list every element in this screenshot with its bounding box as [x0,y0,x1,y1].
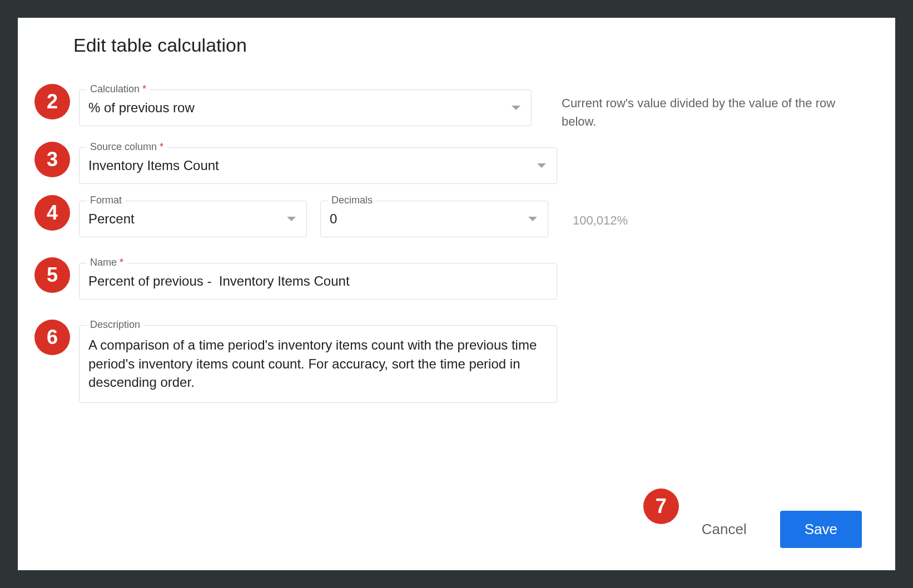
cancel-button[interactable]: Cancel [691,514,758,545]
decimals-label: Decimals [328,195,376,206]
source-column-row: 3 Source column * Inventory Items Count [51,147,862,184]
calculation-field-wrapper: Calculation * % of previous row [79,89,532,126]
description-textarea[interactable]: A comparison of a time period's inventor… [79,325,557,403]
annotation-badge-5: 5 [34,257,70,293]
calculation-label: Calculation * [87,83,150,95]
annotation-badge-4: 4 [34,195,70,231]
source-column-label: Source column * [87,141,167,153]
name-label: Name * [87,257,127,268]
save-button[interactable]: Save [780,511,862,548]
decimals-field-wrapper: Decimals 0 [320,201,548,237]
annotation-badge-2: 2 [34,84,70,119]
format-field-wrapper: Format Percent [79,201,307,237]
annotation-badge-3: 3 [34,142,70,177]
description-label: Description [87,319,143,331]
calculation-row: 2 Calculation * % of previous row Curren… [51,89,862,131]
dialog-title: Edit table calculation [73,34,862,56]
description-row: 6 Description A comparison of a time per… [51,325,862,405]
format-label: Format [87,195,125,206]
name-field-wrapper: Name * [79,263,557,300]
format-row: 4 Format Percent Decimals 0 100,012% [51,201,862,237]
name-row: 5 Name * [51,263,862,300]
edit-table-calculation-dialog: Edit table calculation 2 Calculation * %… [18,18,895,570]
dialog-actions: 7 Cancel Save [691,511,862,548]
source-column-field-wrapper: Source column * Inventory Items Count [79,147,557,184]
description-field-wrapper: Description A comparison of a time perio… [79,325,557,405]
calculation-helper-text: Current row's value divided by the value… [562,89,862,131]
name-input[interactable] [79,263,557,300]
format-example-text: 100,012% [573,210,628,228]
annotation-badge-7: 7 [643,489,679,524]
annotation-badge-6: 6 [34,320,70,355]
